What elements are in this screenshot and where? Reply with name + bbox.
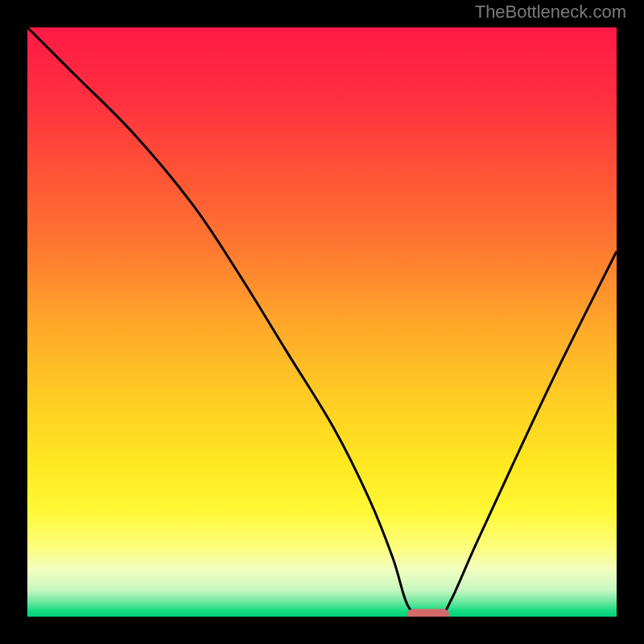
plot-area	[27, 27, 617, 617]
chart-frame: TheBottleneck.com	[0, 0, 644, 644]
watermark-text: TheBottleneck.com	[475, 2, 626, 23]
plot-svg	[27, 27, 617, 617]
optimal-marker	[407, 609, 448, 617]
